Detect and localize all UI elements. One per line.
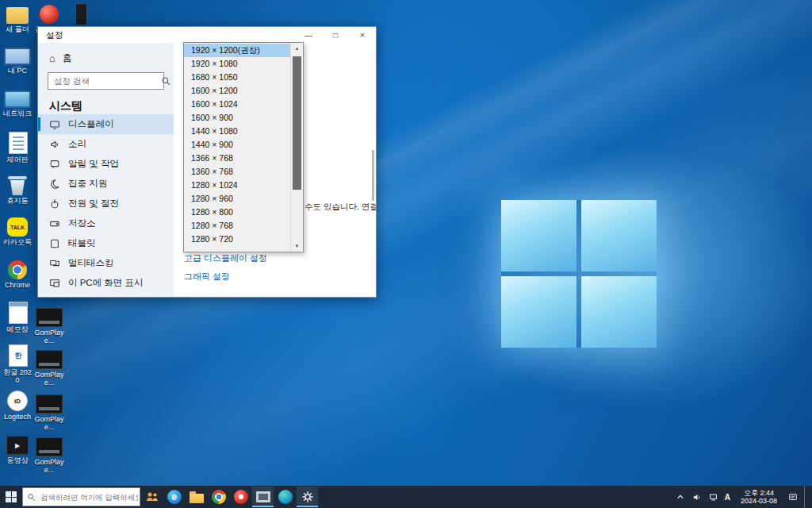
- resolution-option[interactable]: 1600 × 1024: [184, 98, 291, 111]
- desktop-icon-network[interactable]: 네트워크: [2, 89, 33, 117]
- desktop-icon-chrome[interactable]: Chrome: [2, 259, 33, 289]
- resolution-option[interactable]: 1440 × 900: [184, 138, 291, 152]
- tablet-icon: [49, 238, 60, 249]
- resolution-option[interactable]: 1440 × 1080: [184, 125, 291, 138]
- desktop-icon-label: GomPlaye...: [33, 415, 65, 431]
- multitasking-icon: [49, 258, 60, 269]
- resolution-option[interactable]: 1680 × 1050: [184, 71, 291, 84]
- desktop-icon-media-file[interactable]: GomPlaye...: [33, 435, 65, 474]
- desktop-icon-computer[interactable]: 내 PC: [2, 46, 33, 75]
- speaker-icon[interactable]: [691, 493, 703, 502]
- clipped-description-text: 수도 있습니다. 연결을: [304, 202, 376, 213]
- desktop-icon-logitech[interactable]: Logitech: [2, 389, 33, 421]
- taskbar-people-button[interactable]: [141, 487, 163, 507]
- notifications-icon: [49, 159, 60, 170]
- sidebar-item-display[interactable]: 디스플레이: [38, 114, 174, 134]
- ime-indicator[interactable]: A: [725, 493, 730, 502]
- resolution-option[interactable]: 1920 × 1080: [184, 57, 291, 71]
- advanced-display-settings-link[interactable]: 고급 디스플레이 설정: [184, 252, 267, 264]
- resolution-option[interactable]: 1280 × 768: [184, 219, 291, 233]
- resolution-option[interactable]: 1280 × 1024: [184, 179, 291, 192]
- sidebar-item-notifications[interactable]: 알림 및 작업: [38, 154, 174, 174]
- taskbar-search-box[interactable]: [22, 487, 140, 506]
- sidebar-item-home[interactable]: ⌂ 홈: [38, 43, 174, 67]
- sidebar-item-multitasking[interactable]: 멀티태스킹: [38, 253, 174, 273]
- desktop-icon-label: 제어판: [2, 156, 33, 164]
- settings-sidebar: ⌂ 홈 시스템 디스플레이 소리: [38, 43, 174, 297]
- recycle-bin-icon: [6, 175, 29, 195]
- sidebar-item-project-to-pc[interactable]: 이 PC에 화면 표시: [38, 273, 174, 293]
- desktop-icon-label: 새 폴더: [2, 25, 33, 33]
- maximize-button[interactable]: □: [322, 27, 349, 43]
- chrome-icon: [8, 260, 27, 279]
- resolution-option[interactable]: 1600 × 1200: [184, 84, 291, 98]
- taskbar-whale-button[interactable]: [274, 487, 296, 507]
- kakaotalk-icon: [7, 217, 28, 237]
- desktop-icon-media-file[interactable]: GomPlaye...: [33, 348, 65, 387]
- taskbar-settings-button[interactable]: [297, 487, 318, 507]
- taskbar-file-explorer-button[interactable]: [186, 487, 207, 507]
- desktop-icon-hwp[interactable]: 한글 2020: [2, 344, 33, 384]
- taskbar-gomplayer-button[interactable]: [230, 487, 251, 507]
- scroll-down-icon[interactable]: ▼: [291, 241, 303, 252]
- chevron-up-icon[interactable]: [675, 494, 686, 500]
- taskbar-capture-app-button[interactable]: [252, 487, 274, 507]
- edge-icon: [167, 490, 182, 504]
- taskbar-chrome-button[interactable]: [208, 487, 229, 507]
- close-button[interactable]: ×: [349, 27, 376, 43]
- sidebar-item-focus-assist[interactable]: 집중 지원: [38, 174, 174, 194]
- dropdown-scrollbar[interactable]: ▲ ▼: [290, 43, 303, 252]
- sidebar-section-title: 시스템: [49, 99, 174, 114]
- settings-search-box[interactable]: [48, 72, 164, 90]
- scroll-up-icon[interactable]: ▲: [291, 43, 303, 54]
- taskbar-search-input[interactable]: [39, 492, 140, 502]
- desktop-icon-media-file[interactable]: GomPlaye...: [33, 392, 65, 431]
- sidebar-item-sound[interactable]: 소리: [38, 134, 174, 154]
- system-tray: A 오후 2:44 2024-03-08: [675, 486, 809, 508]
- desktop-icon-folder[interactable]: 새 폴더: [2, 3, 33, 33]
- resolution-option[interactable]: 1280 × 800: [184, 206, 291, 219]
- desktop-icon-recycle-bin[interactable]: 휴지통: [2, 175, 33, 205]
- taskbar-edge-button[interactable]: [163, 487, 185, 507]
- desktop-icon-label: GomPlaye...: [33, 329, 65, 344]
- desktop-icon-label: Chrome: [2, 281, 33, 289]
- desktop-icon-label: Logitech: [2, 413, 33, 421]
- resolution-option[interactable]: 1280 × 960: [184, 192, 291, 206]
- resolution-option[interactable]: 1280 × 720: [184, 233, 291, 246]
- chrome-icon: [212, 490, 226, 504]
- title-bar[interactable]: 설정 — □ ×: [38, 27, 376, 43]
- resolution-option[interactable]: 1366 × 768: [184, 152, 291, 165]
- desktop-icon-video[interactable]: 동영상: [2, 433, 33, 464]
- network-icon: [4, 90, 31, 108]
- windows-start-icon: [6, 491, 17, 502]
- resolution-option[interactable]: 1600 × 900: [184, 111, 291, 125]
- minimize-button[interactable]: —: [295, 27, 322, 43]
- settings-search-input[interactable]: [48, 76, 161, 86]
- resolution-option[interactable]: 1360 × 768: [184, 165, 291, 179]
- sidebar-item-tablet[interactable]: 태블릿: [38, 233, 174, 253]
- window-scrollbar-thumb[interactable]: [372, 150, 374, 201]
- media-file-icon: [36, 308, 63, 327]
- desktop-icon-kakaotalk[interactable]: 카카오톡: [2, 216, 33, 246]
- computer-icon: [4, 48, 31, 65]
- logitech-icon: [7, 391, 28, 411]
- dropdown-scrollbar-thumb[interactable]: [293, 56, 301, 190]
- desktop-icon-notepad[interactable]: 메모장: [2, 302, 33, 333]
- sidebar-item-storage[interactable]: 저장소: [38, 214, 174, 233]
- sidebar-item-label: 집중 지원: [68, 178, 107, 190]
- control-panel-icon: [9, 132, 28, 154]
- desktop-icon-media-file[interactable]: GomPlaye...: [33, 306, 65, 344]
- search-icon: [27, 493, 36, 502]
- taskbar-clock[interactable]: 오후 2:44 2024-03-08: [741, 489, 777, 505]
- action-center-icon[interactable]: [787, 492, 799, 502]
- network-icon[interactable]: [708, 493, 719, 502]
- start-button[interactable]: [0, 486, 22, 508]
- graphics-settings-link[interactable]: 그래픽 설정: [184, 271, 230, 283]
- desktop-icon-label: 카카오톡: [2, 238, 33, 246]
- sidebar-item-power[interactable]: 전원 및 절전: [38, 194, 174, 214]
- desktop-icon-control-panel[interactable]: 제어판: [2, 132, 33, 164]
- sidebar-home-label: 홈: [63, 52, 72, 65]
- show-desktop-button[interactable]: [804, 486, 809, 508]
- resolution-option[interactable]: 1920 × 1200(권장): [184, 44, 291, 57]
- desktop-icon-label: GomPlaye...: [33, 371, 65, 387]
